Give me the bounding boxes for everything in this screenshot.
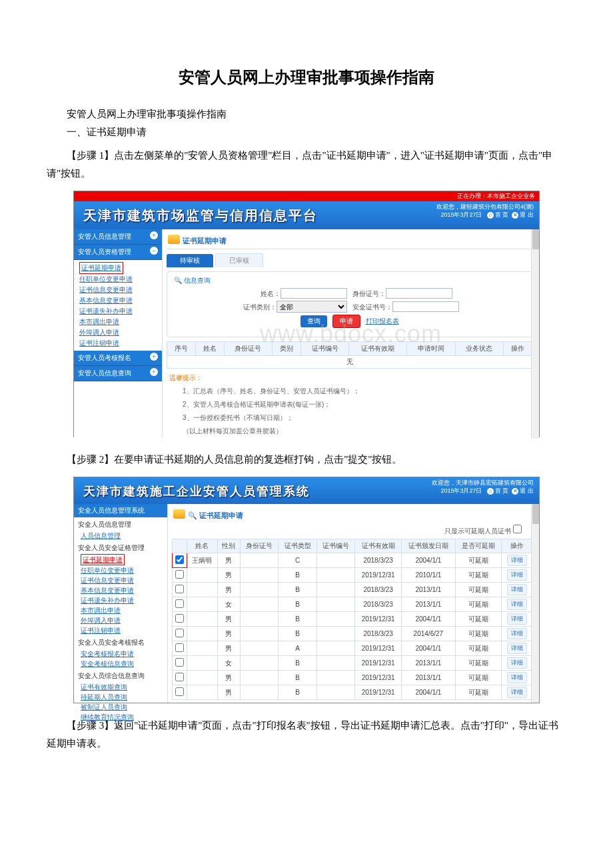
col-exp: 证书有效期: [349, 342, 407, 356]
label-idno: 身份证号：: [352, 290, 386, 297]
cell-sex: 男: [217, 568, 240, 583]
query-button[interactable]: 查询: [301, 315, 327, 327]
cell-name: [187, 583, 218, 597]
cell-name: [187, 597, 218, 612]
cell-sex: 女: [217, 597, 240, 612]
sidebar-cat-exam: 安全人员安全考核报名: [74, 635, 167, 649]
sidebar-group-info-mgmt[interactable]: 安管人员信息管理+: [74, 229, 162, 245]
sidebar-item-cert-cancel[interactable]: 证书注销申请: [79, 338, 159, 349]
cell-exp: 2019/12/31: [355, 671, 401, 685]
sidebar-item-pending-extend-query[interactable]: 待延期人员查询: [81, 692, 167, 702]
detail-button[interactable]: 详细: [507, 613, 527, 625]
print-form-link[interactable]: 打印报名表: [366, 317, 399, 326]
cell-op: 详细: [502, 568, 532, 583]
detail-button[interactable]: 详细: [507, 555, 527, 566]
sidebar-item-unit-change-2[interactable]: 任职单位变更申请: [81, 565, 167, 575]
detail-button[interactable]: 详细: [507, 599, 527, 610]
sidebar-item-foreign-in-2[interactable]: 外埠调入申请: [81, 615, 167, 625]
sidebar-item-local-out[interactable]: 本市调出申请: [79, 317, 159, 327]
row-checkbox[interactable]: [175, 570, 184, 579]
detail-button[interactable]: 详细: [507, 687, 527, 698]
label-name: 姓名：: [261, 290, 281, 297]
user-info-block-2: 欢迎您，天津市静县宏拓建筑有限公司 2015年3月27日 ⌂首 页 ✕退 出: [432, 479, 534, 495]
sidebar-item-foreign-in[interactable]: 外埠调入申请: [79, 327, 159, 338]
only-extendable-checkbox[interactable]: [513, 525, 522, 533]
detail-button[interactable]: 详细: [507, 584, 527, 595]
sidebar-item-exam-apply[interactable]: 安全考核报名申请: [81, 649, 167, 659]
row-checkbox[interactable]: [175, 629, 184, 637]
table-row: 男A2019/12/312004/1/1可延期详细: [173, 641, 532, 656]
sidebar-item-cert-reissue-2[interactable]: 证书遗失补办申请: [81, 595, 167, 605]
section-heading-1: 一、证书延期申请: [67, 126, 566, 139]
col-id: 身份证号: [224, 342, 272, 356]
cell-no: [316, 612, 355, 627]
detail-button[interactable]: 详细: [507, 643, 527, 654]
sidebar: 安管人员信息管理+ 安管人员资格管理− 证书延期申请 任职单位变更申请 证书信息…: [74, 229, 162, 439]
cell-op: 详细: [502, 597, 532, 612]
sidebar-item-basic-info-change-2[interactable]: 基本信息变更申请: [81, 585, 167, 595]
detail-button[interactable]: 详细: [507, 628, 527, 639]
cell-id: [240, 671, 279, 685]
sidebar-group-qual-mgmt[interactable]: 安管人员资格管理−: [74, 245, 162, 260]
cell-op: 详细: [502, 553, 532, 568]
expand-icon: +: [150, 353, 158, 361]
input-idno[interactable]: [386, 288, 452, 299]
scrollbar[interactable]: [531, 229, 539, 439]
sidebar-item-cert-cancel-2[interactable]: 证书注销申请: [81, 625, 167, 635]
sidebar-item-cert-extend[interactable]: 证书延期申请: [79, 262, 123, 274]
cell-ext: 可延期: [455, 583, 501, 597]
row-checkbox[interactable]: [175, 614, 184, 623]
home-link-2[interactable]: 首 页: [495, 487, 509, 494]
welcome-text-2: 欢迎您，天津市静县宏拓建筑有限公司: [432, 479, 534, 487]
tab-pending[interactable]: 待审核: [167, 254, 213, 267]
col-certno: 证书编号: [301, 342, 348, 356]
row-checkbox[interactable]: [175, 673, 184, 681]
row-checkbox[interactable]: [175, 643, 184, 652]
row-checkbox[interactable]: [175, 555, 184, 564]
sidebar-item-local-out-2[interactable]: 本市调出申请: [81, 605, 167, 615]
input-cert-no[interactable]: [392, 301, 459, 312]
sidebar-item-basic-info-change[interactable]: 基本信息变更申请: [79, 295, 159, 306]
cell-iss: 2013/1/1: [401, 656, 455, 671]
search-panel: 🔍 信息查询 姓名： 身份证号： 证书类别：全部 安全证书号： 查询 申请 打印…: [167, 271, 532, 337]
exit-link-2[interactable]: 退 出: [520, 487, 534, 494]
sidebar-item-cert-info-change[interactable]: 证书信息变更申请: [79, 285, 159, 295]
table-row: 男B2019/12/312004/1/1可延期详细: [173, 612, 532, 627]
select-cert-type[interactable]: 全部: [277, 301, 347, 313]
sidebar-item-exam-query[interactable]: 安全考核信息查询: [81, 659, 167, 669]
home-link[interactable]: 首 页: [495, 211, 509, 218]
cell-sex: 男: [217, 553, 240, 568]
row-checkbox[interactable]: [175, 585, 184, 593]
sidebar-item-valid-query[interactable]: 证书有效期查询: [81, 682, 167, 692]
row-checkbox[interactable]: [175, 687, 184, 696]
row-checkbox[interactable]: [175, 599, 184, 608]
tab-reviewed[interactable]: 已审核: [215, 253, 263, 267]
sidebar-item-cert-extend-2[interactable]: 证书延期申请: [81, 554, 125, 565]
cell-name: [187, 627, 218, 641]
expand-icon: +: [150, 368, 158, 376]
detail-button[interactable]: 详细: [507, 657, 527, 669]
sidebar-group-info-query[interactable]: 安管人员信息查询+: [74, 366, 162, 381]
col2-idno: 身份证号: [240, 539, 279, 553]
sidebar-item-cert-reissue[interactable]: 证书遗失补办申请: [79, 306, 159, 317]
exit-link[interactable]: 退 出: [520, 211, 534, 218]
cell-name: 王炳明: [187, 553, 218, 568]
apply-button[interactable]: 申请: [332, 315, 360, 328]
sidebar-item-unit-change[interactable]: 任职单位变更申请: [79, 274, 159, 285]
cell-no: [316, 553, 355, 568]
exit-icon: ✕: [512, 488, 518, 495]
input-name[interactable]: [281, 288, 347, 299]
sidebar-group-exam[interactable]: 安管人员考核报名+: [74, 351, 162, 366]
sidebar-item-cert-info-change-2[interactable]: 证书信息变更申请: [81, 575, 167, 585]
cell-exp: 2018/3/23: [355, 627, 401, 641]
scrollbar-2[interactable]: [531, 504, 539, 703]
row-checkbox[interactable]: [175, 658, 184, 667]
detail-button[interactable]: 详细: [507, 672, 527, 683]
cell-type: B: [279, 685, 317, 700]
sidebar-item-continue-edu-query[interactable]: 继续教育情况查询: [81, 712, 167, 722]
detail-button[interactable]: 详细: [507, 569, 527, 581]
sidebar-item-certissue-people-query[interactable]: 被制证人员查询: [81, 702, 167, 712]
sidebar-item-person-info[interactable]: 人员信息管理: [81, 531, 167, 541]
cell-no: [316, 597, 355, 612]
cell-id: [240, 627, 279, 641]
